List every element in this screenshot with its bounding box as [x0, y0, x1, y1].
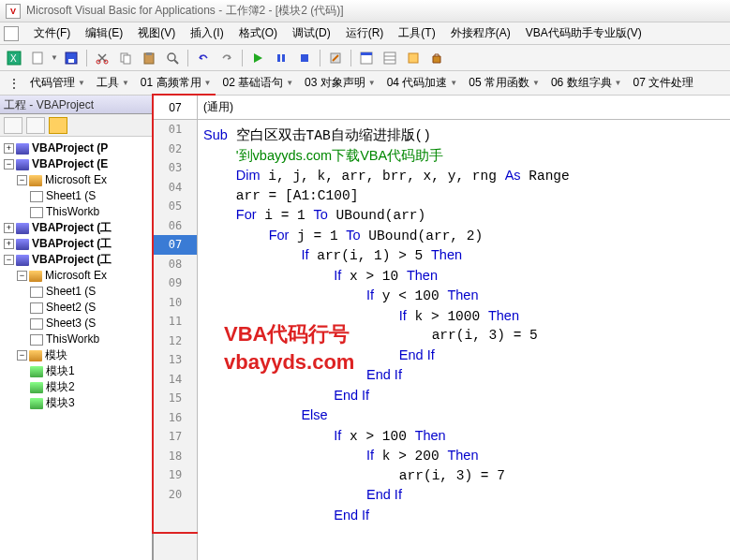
menu-debug[interactable]: 调试(D)	[285, 23, 338, 43]
line-number[interactable]: 08	[154, 255, 197, 274]
menu-tools[interactable]: 工具(T)	[391, 23, 442, 43]
line-number[interactable]: 18	[154, 447, 197, 466]
copy-icon[interactable]	[115, 48, 136, 68]
new-icon[interactable]	[27, 48, 48, 68]
folder-icon	[29, 175, 42, 186]
dropdown-icon[interactable]: ▼	[51, 53, 58, 62]
line-number[interactable]: 15	[154, 389, 197, 408]
code-scope-dropdown[interactable]: (通用)	[198, 96, 730, 120]
tree-node[interactable]: 模块1	[46, 363, 75, 379]
tb-01[interactable]: 01 高频常用▼	[135, 73, 217, 93]
line-number[interactable]: 04	[154, 178, 197, 198]
menu-file[interactable]: 文件(F)	[26, 23, 78, 43]
menu-run[interactable]: 运行(R)	[338, 23, 392, 43]
tree-node[interactable]: 模块	[45, 347, 67, 363]
line-number[interactable]: 13	[154, 350, 197, 370]
tree-node[interactable]: 模块3	[46, 395, 75, 411]
svg-rect-19	[384, 52, 395, 64]
save-icon[interactable]	[61, 48, 82, 68]
reset-icon[interactable]	[294, 48, 315, 68]
break-icon[interactable]	[271, 48, 291, 68]
toggle-folders-icon[interactable]	[49, 117, 67, 134]
tree-node[interactable]: VBAProject (工	[32, 220, 112, 236]
tb-04[interactable]: 04 代码加速▼	[381, 73, 464, 93]
module-icon	[30, 382, 43, 393]
expand-icon[interactable]: +	[4, 239, 14, 249]
collapse-icon[interactable]: −	[17, 175, 27, 185]
line-number[interactable]: 12	[154, 332, 197, 351]
grip-icon[interactable]: ⋮	[4, 73, 24, 94]
excel-icon[interactable]: X	[4, 48, 24, 68]
run-icon[interactable]	[247, 48, 268, 68]
project-toolbar	[0, 114, 152, 137]
menu-edit[interactable]: 编辑(E)	[78, 23, 130, 43]
project-explorer: 工程 - VBAProject +VBAProject (P −VBAProje…	[0, 96, 153, 560]
tree-node[interactable]: 模块2	[46, 379, 75, 395]
menu-addins[interactable]: 外接程序(A)	[443, 23, 518, 43]
project-explorer-icon[interactable]	[356, 48, 377, 68]
svg-point-11	[168, 53, 175, 61]
tree-node[interactable]: Sheet2 (S	[46, 300, 96, 316]
expand-icon[interactable]: +	[4, 143, 14, 154]
gutter-head: 07	[154, 96, 197, 120]
tree-node[interactable]: Microsoft Ex	[45, 172, 107, 188]
properties-icon[interactable]	[380, 48, 400, 68]
menu-vba[interactable]: VBA代码助手专业版(V)	[518, 23, 649, 43]
line-number[interactable]: 01	[154, 120, 197, 140]
sheet-icon	[30, 287, 43, 298]
tree-node[interactable]: Microsoft Ex	[45, 268, 107, 284]
code-body[interactable]: Sub 空白区双击TAB自动缩进排版() '到vbayyds.com下载VBA代…	[198, 120, 730, 525]
line-number[interactable]: 17	[154, 427, 197, 447]
tree-node[interactable]: Sheet1 (S	[46, 284, 96, 300]
project-tree[interactable]: +VBAProject (P −VBAProject (E −Microsoft…	[0, 137, 152, 560]
collapse-icon[interactable]: −	[17, 350, 27, 361]
line-number[interactable]: 05	[154, 197, 197, 216]
separator	[86, 50, 87, 66]
view-object-icon[interactable]	[26, 117, 45, 134]
menu-view[interactable]: 视图(V)	[130, 23, 183, 43]
tb-03[interactable]: 03 对象声明▼	[299, 73, 381, 93]
collapse-icon[interactable]: −	[4, 159, 14, 169]
view-code-icon[interactable]	[4, 117, 22, 134]
line-number[interactable]: 14	[154, 370, 197, 390]
find-icon[interactable]	[162, 48, 183, 68]
tree-node[interactable]: ThisWorkb	[46, 332, 99, 347]
tb-tools[interactable]: 工具▼	[91, 73, 135, 93]
line-number[interactable]: 07	[154, 235, 197, 255]
tree-node[interactable]: Sheet1 (S	[46, 188, 96, 204]
tb-02[interactable]: 02 基础语句▼	[216, 73, 299, 93]
menu-format[interactable]: 格式(O)	[231, 23, 285, 43]
line-number[interactable]: 10	[154, 293, 197, 313]
redo-icon[interactable]	[216, 48, 237, 68]
toolbar-vba: ⋮ 代码管理▼ 工具▼ 01 高频常用▼ 02 基础语句▼ 03 对象声明▼ 0…	[0, 71, 730, 96]
line-number[interactable]: 16	[154, 408, 197, 428]
tree-node[interactable]: VBAProject (工	[32, 252, 112, 268]
toolbox-icon[interactable]	[426, 48, 447, 68]
undo-icon[interactable]	[193, 48, 214, 68]
menu-insert[interactable]: 插入(I)	[183, 23, 231, 43]
code-editor[interactable]: (通用) Sub 空白区双击TAB自动缩进排版() '到vbayyds.com下…	[198, 96, 730, 560]
design-icon[interactable]	[325, 48, 346, 68]
line-number[interactable]: 20	[154, 485, 197, 505]
cut-icon[interactable]	[92, 48, 112, 68]
tree-node[interactable]: VBAProject (E	[32, 156, 108, 172]
line-number[interactable]: 19	[154, 465, 197, 485]
tree-node[interactable]: Sheet3 (S	[46, 316, 96, 332]
line-number[interactable]: 09	[154, 273, 197, 293]
expand-icon[interactable]: +	[4, 223, 14, 233]
tree-node[interactable]: VBAProject (P	[32, 140, 108, 156]
tb-07[interactable]: 07 文件处理	[628, 73, 700, 93]
tb-code-mgmt[interactable]: 代码管理▼	[24, 73, 91, 93]
tree-node[interactable]: VBAProject (工	[32, 236, 112, 252]
paste-icon[interactable]	[139, 48, 159, 68]
tb-05[interactable]: 05 常用函数▼	[463, 73, 545, 93]
object-browser-icon[interactable]	[403, 48, 424, 68]
collapse-icon[interactable]: −	[17, 271, 27, 281]
line-number[interactable]: 02	[154, 140, 197, 159]
line-number[interactable]: 06	[154, 216, 197, 236]
line-number[interactable]: 03	[154, 158, 197, 178]
tree-node[interactable]: ThisWorkb	[46, 204, 99, 220]
tb-06[interactable]: 06 数组字典▼	[545, 73, 628, 93]
line-number[interactable]: 11	[154, 312, 197, 332]
collapse-icon[interactable]: −	[4, 255, 14, 265]
